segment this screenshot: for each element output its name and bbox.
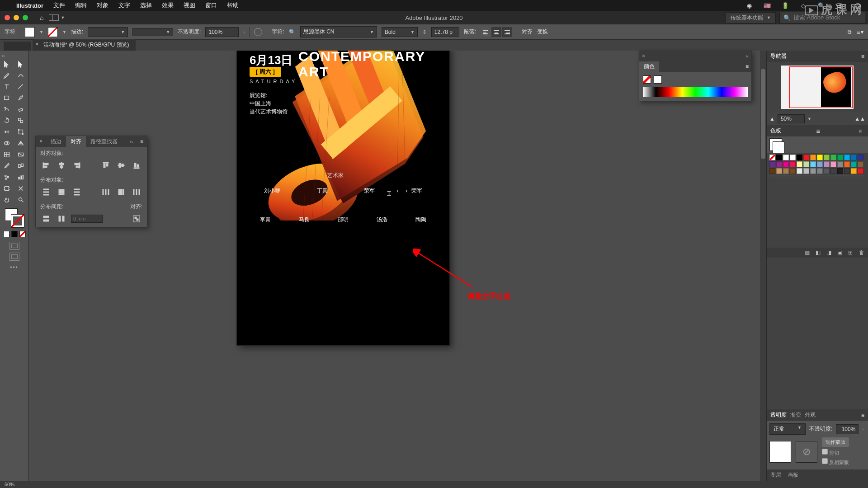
search-icon[interactable]: 🔍 xyxy=(817,2,826,9)
arrange-documents-button[interactable] xyxy=(49,14,59,21)
horizontal-distribute-left[interactable] xyxy=(100,187,112,197)
swatch-item[interactable] xyxy=(851,155,857,160)
obs-icon[interactable]: ◉ xyxy=(745,2,753,9)
swatch-item[interactable] xyxy=(824,155,830,160)
swatch-item[interactable] xyxy=(783,161,789,167)
gradient-tab[interactable]: 渐变 xyxy=(790,411,801,419)
tool-line[interactable] xyxy=(15,82,27,92)
opacity-stepper[interactable]: › xyxy=(862,427,863,432)
delete-swatch-icon[interactable]: 🗑 xyxy=(859,249,865,256)
swatch-item[interactable] xyxy=(776,161,782,167)
transform-panel-link[interactable]: 变换 xyxy=(537,28,548,36)
tool-slice[interactable] xyxy=(15,183,27,193)
tool-curvature[interactable] xyxy=(15,70,27,80)
swatch-list-view-icon[interactable]: ≣ xyxy=(813,128,823,134)
new-color-group-icon[interactable]: ▣ xyxy=(837,249,844,256)
close-panel-icon[interactable]: × xyxy=(639,52,648,61)
vertical-scrollbar[interactable] xyxy=(760,51,766,481)
swatch-item[interactable] xyxy=(776,168,782,174)
swatch-item[interactable] xyxy=(830,161,836,167)
current-fill-stroke[interactable] xyxy=(769,138,782,151)
edit-toolbar-button[interactable]: ••• xyxy=(10,264,19,271)
search-adobe-stock[interactable]: 🔍 搜索 Adobe Stock xyxy=(779,12,865,23)
stroke-weight-field[interactable]: ▼ xyxy=(88,27,128,37)
user-icon[interactable]: ◯ xyxy=(854,2,862,9)
menu-edit[interactable]: 编辑 xyxy=(75,1,87,9)
fullscreen-window-icon[interactable] xyxy=(23,15,28,20)
tool-paintbrush[interactable] xyxy=(15,93,27,103)
font-size-field[interactable]: ▼ xyxy=(431,27,459,37)
swatch-item[interactable] xyxy=(824,161,830,167)
tool-mesh[interactable] xyxy=(1,150,13,160)
status-zoom[interactable]: 50% xyxy=(5,482,14,487)
panel-menu-icon[interactable]: ≡ xyxy=(856,128,864,134)
fill-stroke-control[interactable] xyxy=(5,208,24,227)
swatch-item[interactable] xyxy=(830,155,836,160)
horizontal-distribute-space[interactable] xyxy=(56,213,67,224)
swatch-item[interactable] xyxy=(844,168,850,174)
draw-mode-button[interactable] xyxy=(9,253,19,261)
opacity-field[interactable]: 100% xyxy=(836,424,859,434)
align-left-button[interactable] xyxy=(481,27,491,37)
swatch-item[interactable] xyxy=(810,155,816,160)
tool-direct-selection[interactable] xyxy=(15,59,27,69)
swatch-item[interactable] xyxy=(769,161,775,167)
swatch-item[interactable] xyxy=(851,168,857,174)
character-panel-toggle[interactable]: 字符 xyxy=(5,28,15,36)
home-button[interactable]: ⌂ xyxy=(40,14,43,21)
screen-mode-button[interactable] xyxy=(9,242,19,250)
align-tab[interactable]: 对齐 xyxy=(66,136,86,147)
color-fill-swatch[interactable] xyxy=(643,75,651,84)
vertical-distribute-center[interactable] xyxy=(56,187,67,197)
isolate-button[interactable]: ⧉ xyxy=(848,29,852,35)
swatch-item[interactable] xyxy=(790,155,796,160)
tool-eyedropper[interactable] xyxy=(1,161,13,171)
tool-free-transform[interactable] xyxy=(15,127,27,137)
minimize-window-icon[interactable] xyxy=(14,15,19,20)
swatch-item[interactable] xyxy=(817,168,823,174)
close-panel-icon[interactable]: × xyxy=(36,136,46,146)
horizontal-distribute-center[interactable] xyxy=(115,187,127,197)
horizontal-distribute-right[interactable] xyxy=(131,187,142,197)
menu-object[interactable]: 对象 xyxy=(97,1,108,9)
canvas-area[interactable]: 6月13日 周六 SATURDAY CONTEMPORARY ART 展览馆: … xyxy=(29,51,766,481)
swatch-item[interactable] xyxy=(797,168,802,174)
opacity-slider-toggle[interactable]: › xyxy=(243,30,245,34)
horizontal-align-center[interactable] xyxy=(56,160,67,171)
wifi-icon[interactable]: ◇ xyxy=(799,2,807,9)
document-tab[interactable]: × 活动海报* @ 50% (RGB/GPU 预览) xyxy=(33,39,136,51)
menu-effect[interactable]: 效果 xyxy=(162,1,174,9)
menu-help[interactable]: 帮助 xyxy=(227,1,239,9)
opacity-field[interactable] xyxy=(205,27,239,37)
swatch-item[interactable] xyxy=(790,168,796,174)
tool-perspective[interactable] xyxy=(15,138,27,148)
collapse-panel-icon[interactable]: ‹‹ xyxy=(126,137,137,146)
swatch-item[interactable] xyxy=(858,155,863,160)
tool-column-graph[interactable] xyxy=(15,172,27,182)
stroke-swatch[interactable] xyxy=(48,27,58,37)
color-spectrum[interactable] xyxy=(643,87,748,97)
color-stroke-swatch[interactable] xyxy=(654,75,662,84)
swatches-tab[interactable]: 色板 xyxy=(770,127,781,135)
swatch-item[interactable] xyxy=(803,161,809,167)
tool-gradient[interactable] xyxy=(15,150,27,160)
align-panel-link[interactable]: 对齐 xyxy=(522,28,533,36)
font-size-stepper[interactable]: ⇕ xyxy=(422,29,427,35)
swatch-item[interactable] xyxy=(824,168,830,174)
navigator-zoom-field[interactable]: 50% xyxy=(778,114,805,123)
panel-dock-tab[interactable] xyxy=(4,42,31,51)
app-name[interactable]: Illustrator xyxy=(16,2,43,9)
close-tab-icon[interactable]: × xyxy=(35,41,39,47)
swatch-kind-menu-icon[interactable]: ◧ xyxy=(816,249,822,256)
vertical-align-center[interactable] xyxy=(115,160,127,171)
options-bar-menu-icon[interactable]: ≣▾ xyxy=(856,29,863,35)
panel-menu-icon[interactable]: ≡ xyxy=(743,62,751,71)
tool-rectangle[interactable] xyxy=(1,93,13,103)
menu-file[interactable]: 文件 xyxy=(53,1,65,9)
swatch-item[interactable] xyxy=(837,168,843,174)
swatch-item[interactable] xyxy=(803,168,809,174)
layers-tab[interactable]: 图层 xyxy=(770,471,781,479)
artboards-tab[interactable]: 画板 xyxy=(788,471,798,479)
horizontal-align-right[interactable] xyxy=(71,160,83,171)
swatch-item[interactable] xyxy=(790,161,796,167)
